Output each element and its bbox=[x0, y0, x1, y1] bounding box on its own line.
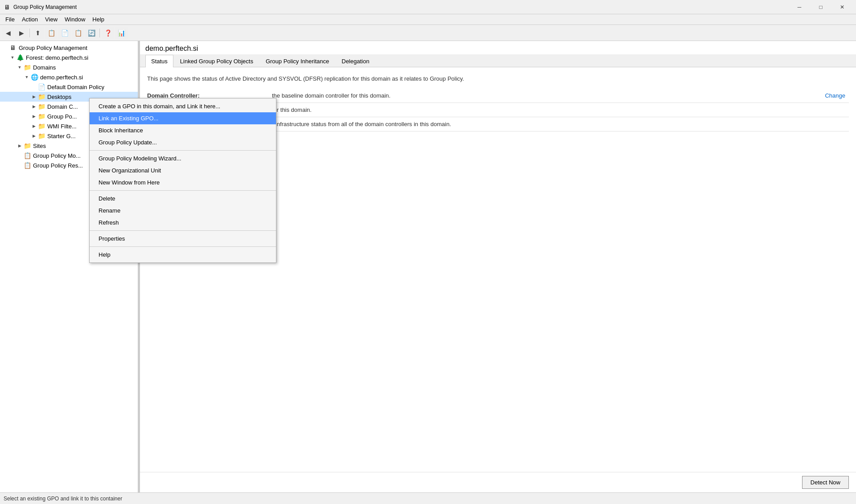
ctx-item-help[interactable]: Help bbox=[90, 249, 276, 261]
ctx-item-gp-modeling[interactable]: Group Policy Modeling Wizard... bbox=[90, 152, 276, 164]
ctx-item-delete[interactable]: Delete bbox=[90, 193, 276, 205]
ctx-item-new-ou[interactable]: New Organizational Unit bbox=[90, 164, 276, 176]
context-menu-overlay[interactable]: Create a GPO in this domain, and Link it… bbox=[0, 0, 856, 504]
ctx-item-create-gpo[interactable]: Create a GPO in this domain, and Link it… bbox=[90, 100, 276, 112]
context-menu: Create a GPO in this domain, and Link it… bbox=[89, 98, 276, 263]
ctx-sep-sep-final bbox=[90, 246, 276, 247]
ctx-item-block-inheritance[interactable]: Block Inheritance bbox=[90, 124, 276, 136]
ctx-sep-after-new-window bbox=[90, 190, 276, 191]
ctx-item-properties[interactable]: Properties bbox=[90, 233, 276, 245]
ctx-item-link-existing[interactable]: Link an Existing GPO... bbox=[90, 112, 276, 124]
ctx-item-refresh[interactable]: Refresh bbox=[90, 217, 276, 229]
ctx-sep-after-refresh bbox=[90, 230, 276, 231]
ctx-item-new-window[interactable]: New Window from Here bbox=[90, 176, 276, 188]
ctx-sep-after-gp-update bbox=[90, 150, 276, 151]
ctx-item-rename[interactable]: Rename bbox=[90, 205, 276, 217]
ctx-item-gp-update[interactable]: Group Policy Update... bbox=[90, 136, 276, 148]
